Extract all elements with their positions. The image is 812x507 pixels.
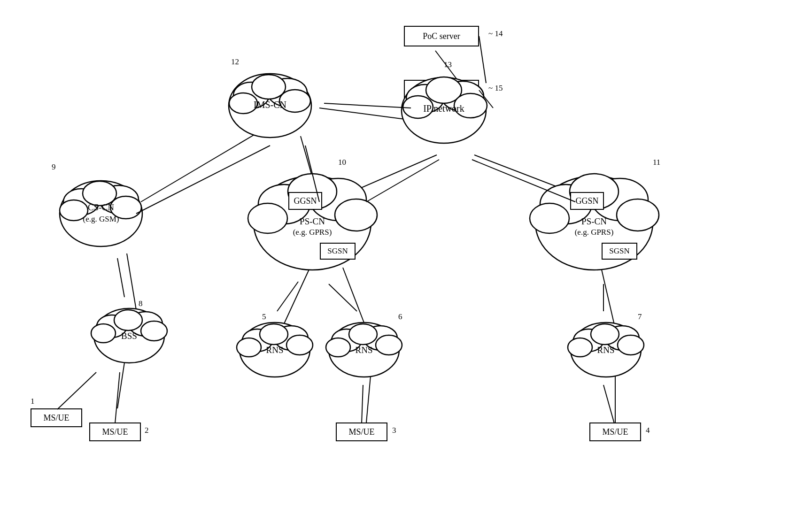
svg-text:PS-CN: PS-CN xyxy=(300,216,325,226)
svg-point-24 xyxy=(252,75,286,99)
ip-network-cloud: IP network xyxy=(390,56,498,164)
svg-text:IP network: IP network xyxy=(423,103,464,114)
label-3: 3 xyxy=(392,426,396,435)
msue-4: MS/UE xyxy=(589,422,641,441)
label-14: ~ 14 xyxy=(488,29,503,38)
svg-point-65 xyxy=(141,321,167,341)
svg-text:PS-CN: PS-CN xyxy=(581,216,607,226)
svg-text:BSS: BSS xyxy=(121,331,137,341)
svg-point-52 xyxy=(530,203,569,233)
svg-text:(e.g. GPRS): (e.g. GPRS) xyxy=(575,228,614,237)
svg-point-53 xyxy=(617,199,659,231)
msue-3: MS/UE xyxy=(336,422,387,441)
ims-cn-cloud: IMS-CN xyxy=(216,54,324,153)
ps-cn-right-cloud: GGSN PS-CN (e.g. GPRS) SGSN xyxy=(521,155,667,286)
svg-text:SGSN: SGSN xyxy=(327,246,348,255)
rns-right-cloud: RNS xyxy=(561,310,650,385)
svg-point-85 xyxy=(568,338,592,357)
svg-point-64 xyxy=(91,324,116,343)
cs-cn-cloud: CS-CN (e.g. GSM) xyxy=(47,160,155,268)
svg-text:RNS: RNS xyxy=(266,345,284,355)
svg-text:RNS: RNS xyxy=(356,345,373,355)
svg-line-100 xyxy=(362,385,363,423)
svg-point-63 xyxy=(114,310,142,330)
svg-text:IMS-CN: IMS-CN xyxy=(254,100,286,110)
svg-point-86 xyxy=(618,335,644,355)
svg-text:SGSN: SGSN xyxy=(609,246,629,255)
svg-text:CS-CN: CS-CN xyxy=(88,202,114,212)
msue-1: MS/UE xyxy=(31,408,82,427)
svg-line-101 xyxy=(603,385,614,423)
network-diagram: PoC server ~ 14 PoC server ~ 15 IP netwo… xyxy=(0,0,812,507)
label-8: 8 xyxy=(139,299,143,308)
svg-line-99 xyxy=(115,372,120,423)
bss-cloud: BSS xyxy=(85,296,174,371)
rns-left-cloud: RNS xyxy=(230,310,319,385)
svg-point-41 xyxy=(335,199,377,231)
rns-mid-cloud: RNS xyxy=(319,310,409,385)
label-7: 7 xyxy=(638,312,642,322)
svg-point-78 xyxy=(326,338,350,357)
svg-text:(e.g. GSM): (e.g. GSM) xyxy=(83,215,119,223)
svg-point-72 xyxy=(286,335,313,355)
svg-point-71 xyxy=(237,338,261,357)
svg-line-97 xyxy=(329,284,357,311)
svg-line-102 xyxy=(57,372,96,409)
svg-point-77 xyxy=(349,324,377,345)
svg-text:GGSN: GGSN xyxy=(575,196,598,206)
svg-point-79 xyxy=(376,335,402,355)
label-4: 4 xyxy=(646,426,650,435)
svg-text:(e.g. GPRS): (e.g. GPRS) xyxy=(293,228,332,237)
label-11: 11 xyxy=(653,158,660,167)
svg-text:GGSN: GGSN xyxy=(294,196,317,206)
ps-cn-left-cloud: GGSN PS-CN (e.g. GPRS) SGSN xyxy=(240,155,385,286)
svg-point-84 xyxy=(591,324,619,345)
label-10: 10 xyxy=(338,158,346,167)
label-6: 6 xyxy=(398,312,402,322)
poc-server-14: PoC server xyxy=(404,26,479,46)
label-1: 1 xyxy=(31,397,35,406)
label-12: 12 xyxy=(231,57,239,67)
svg-text:RNS: RNS xyxy=(597,345,615,355)
label-5: 5 xyxy=(262,312,266,322)
svg-point-70 xyxy=(260,324,288,345)
label-9: 9 xyxy=(52,162,56,172)
label-2: 2 xyxy=(145,426,149,435)
label-13: 13 xyxy=(444,60,452,69)
svg-point-40 xyxy=(248,203,287,233)
msue-2: MS/UE xyxy=(89,422,141,441)
